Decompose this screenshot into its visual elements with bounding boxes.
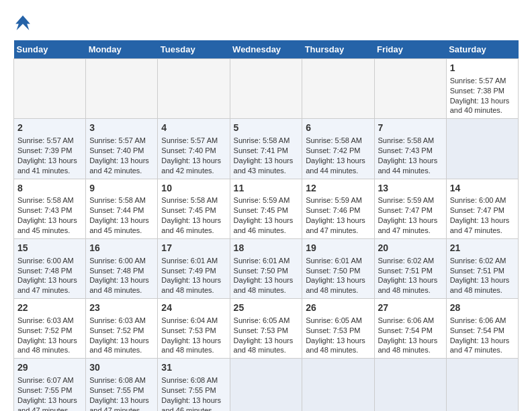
day-info: Sunrise: 5:57 AMSunset: 7:40 PMDaylight:… [161, 136, 226, 175]
day-info: Sunrise: 6:05 AMSunset: 7:53 PMDaylight:… [306, 316, 370, 355]
calendar-cell: 15Sunrise: 6:00 AMSunset: 7:48 PMDayligh… [14, 238, 86, 298]
calendar-cell [230, 359, 302, 411]
day-info: Sunrise: 5:59 AMSunset: 7:46 PMDaylight:… [306, 195, 370, 235]
calendar-cell: 18Sunrise: 6:01 AMSunset: 7:50 PMDayligh… [230, 238, 302, 298]
calendar-cell: 29Sunrise: 6:07 AMSunset: 7:55 PMDayligh… [14, 359, 86, 411]
calendar-cell [374, 359, 446, 411]
calendar-cell: 23Sunrise: 6:03 AMSunset: 7:52 PMDayligh… [86, 299, 158, 359]
day-info: Sunrise: 5:59 AMSunset: 7:45 PMDaylight:… [234, 195, 299, 235]
day-info: Sunrise: 5:58 AMSunset: 7:44 PMDaylight:… [89, 195, 154, 235]
day-number: 4 [161, 122, 226, 134]
calendar-week-6: 29Sunrise: 6:07 AMSunset: 7:55 PMDayligh… [14, 359, 519, 411]
day-info: Sunrise: 6:07 AMSunset: 7:55 PMDaylight:… [17, 375, 82, 411]
day-info: Sunrise: 5:58 AMSunset: 7:42 PMDaylight:… [306, 136, 370, 175]
day-number: 31 [161, 361, 226, 374]
svg-marker-0 [15, 15, 30, 30]
calendar-header-row: SundayMondayTuesdayWednesdayThursdayFrid… [14, 40, 519, 59]
calendar-cell: 16Sunrise: 6:00 AMSunset: 7:48 PMDayligh… [86, 238, 158, 298]
day-info: Sunrise: 5:58 AMSunset: 7:43 PMDaylight:… [17, 195, 82, 235]
day-info: Sunrise: 6:06 AMSunset: 7:54 PMDaylight:… [378, 316, 443, 355]
calendar-cell [302, 359, 374, 411]
day-header-tuesday: Tuesday [158, 40, 230, 59]
day-number: 30 [89, 361, 154, 374]
day-number: 6 [306, 122, 370, 134]
logo [13, 13, 35, 32]
calendar-week-5: 22Sunrise: 6:03 AMSunset: 7:52 PMDayligh… [14, 299, 519, 359]
day-header-sunday: Sunday [14, 40, 86, 59]
calendar-cell: 5Sunrise: 5:58 AMSunset: 7:41 PMDaylight… [230, 119, 302, 179]
calendar-cell: 31Sunrise: 6:08 AMSunset: 7:55 PMDayligh… [158, 359, 230, 411]
calendar-week-4: 15Sunrise: 6:00 AMSunset: 7:48 PMDayligh… [14, 238, 519, 298]
calendar-cell: 26Sunrise: 6:05 AMSunset: 7:53 PMDayligh… [302, 299, 374, 359]
day-number: 22 [17, 302, 82, 314]
day-info: Sunrise: 6:01 AMSunset: 7:49 PMDaylight:… [161, 256, 226, 295]
day-info: Sunrise: 6:03 AMSunset: 7:52 PMDaylight:… [89, 316, 154, 355]
day-number: 12 [306, 182, 370, 195]
calendar-cell: 8Sunrise: 5:58 AMSunset: 7:43 PMDaylight… [14, 179, 86, 238]
day-info: Sunrise: 6:08 AMSunset: 7:55 PMDaylight:… [89, 375, 154, 411]
calendar-cell: 21Sunrise: 6:02 AMSunset: 7:51 PMDayligh… [446, 238, 518, 298]
day-number: 25 [234, 302, 299, 314]
calendar-cell [86, 59, 158, 119]
calendar-cell: 25Sunrise: 6:05 AMSunset: 7:53 PMDayligh… [230, 299, 302, 359]
day-info: Sunrise: 6:06 AMSunset: 7:54 PMDaylight:… [450, 316, 515, 355]
day-number: 27 [378, 302, 443, 314]
calendar-week-1: 1Sunrise: 5:57 AMSunset: 7:38 PMDaylight… [14, 59, 519, 119]
calendar-cell: 27Sunrise: 6:06 AMSunset: 7:54 PMDayligh… [374, 299, 446, 359]
day-number: 10 [161, 182, 226, 195]
logo-icon [13, 13, 32, 32]
calendar-cell: 28Sunrise: 6:06 AMSunset: 7:54 PMDayligh… [446, 299, 518, 359]
day-info: Sunrise: 5:58 AMSunset: 7:45 PMDaylight:… [161, 195, 226, 235]
day-info: Sunrise: 6:03 AMSunset: 7:52 PMDaylight:… [17, 316, 82, 355]
calendar-cell [302, 59, 374, 119]
day-header-monday: Monday [86, 40, 158, 59]
day-info: Sunrise: 6:08 AMSunset: 7:55 PMDaylight:… [161, 375, 226, 411]
day-info: Sunrise: 6:02 AMSunset: 7:51 PMDaylight:… [450, 256, 515, 295]
day-number: 9 [89, 182, 154, 195]
calendar-cell: 13Sunrise: 5:59 AMSunset: 7:47 PMDayligh… [374, 179, 446, 238]
day-number: 14 [450, 182, 515, 195]
day-info: Sunrise: 5:57 AMSunset: 7:39 PMDaylight:… [17, 136, 82, 175]
calendar-cell: 9Sunrise: 5:58 AMSunset: 7:44 PMDaylight… [86, 179, 158, 238]
calendar-cell: 17Sunrise: 6:01 AMSunset: 7:49 PMDayligh… [158, 238, 230, 298]
day-number: 28 [450, 302, 515, 314]
day-number: 1 [450, 62, 515, 75]
day-header-friday: Friday [374, 40, 446, 59]
day-number: 23 [89, 302, 154, 314]
day-info: Sunrise: 6:04 AMSunset: 7:53 PMDaylight:… [161, 316, 226, 355]
calendar-cell: 2Sunrise: 5:57 AMSunset: 7:39 PMDaylight… [14, 119, 86, 179]
day-number: 17 [161, 242, 226, 255]
day-info: Sunrise: 5:58 AMSunset: 7:43 PMDaylight:… [378, 136, 443, 175]
calendar-cell: 12Sunrise: 5:59 AMSunset: 7:46 PMDayligh… [302, 179, 374, 238]
calendar-cell: 19Sunrise: 6:01 AMSunset: 7:50 PMDayligh… [302, 238, 374, 298]
day-info: Sunrise: 5:59 AMSunset: 7:47 PMDaylight:… [378, 195, 443, 235]
calendar-cell: 3Sunrise: 5:57 AMSunset: 7:40 PMDaylight… [86, 119, 158, 179]
calendar-cell [374, 59, 446, 119]
day-number: 21 [450, 242, 515, 255]
day-info: Sunrise: 6:01 AMSunset: 7:50 PMDaylight:… [306, 256, 370, 295]
day-info: Sunrise: 5:57 AMSunset: 7:40 PMDaylight:… [89, 136, 154, 175]
day-header-saturday: Saturday [446, 40, 518, 59]
calendar-cell: 7Sunrise: 5:58 AMSunset: 7:43 PMDaylight… [374, 119, 446, 179]
calendar-cell [158, 59, 230, 119]
calendar-cell [446, 119, 518, 179]
calendar-cell: 24Sunrise: 6:04 AMSunset: 7:53 PMDayligh… [158, 299, 230, 359]
calendar-week-2: 2Sunrise: 5:57 AMSunset: 7:39 PMDaylight… [14, 119, 519, 179]
calendar-cell: 4Sunrise: 5:57 AMSunset: 7:40 PMDaylight… [158, 119, 230, 179]
calendar-week-3: 8Sunrise: 5:58 AMSunset: 7:43 PMDaylight… [14, 179, 519, 238]
day-number: 19 [306, 242, 370, 255]
day-number: 15 [17, 242, 82, 255]
calendar-cell: 22Sunrise: 6:03 AMSunset: 7:52 PMDayligh… [14, 299, 86, 359]
calendar-table: SundayMondayTuesdayWednesdayThursdayFrid… [13, 40, 519, 411]
day-header-wednesday: Wednesday [230, 40, 302, 59]
day-info: Sunrise: 6:00 AMSunset: 7:47 PMDaylight:… [450, 195, 515, 235]
day-number: 11 [234, 182, 299, 195]
day-info: Sunrise: 6:00 AMSunset: 7:48 PMDaylight:… [89, 256, 154, 295]
day-number: 13 [378, 182, 443, 195]
day-number: 24 [161, 302, 226, 314]
day-info: Sunrise: 5:57 AMSunset: 7:38 PMDaylight:… [450, 76, 515, 116]
day-header-thursday: Thursday [302, 40, 374, 59]
day-number: 8 [17, 182, 82, 195]
day-info: Sunrise: 6:05 AMSunset: 7:53 PMDaylight:… [234, 316, 299, 355]
day-number: 18 [234, 242, 299, 255]
